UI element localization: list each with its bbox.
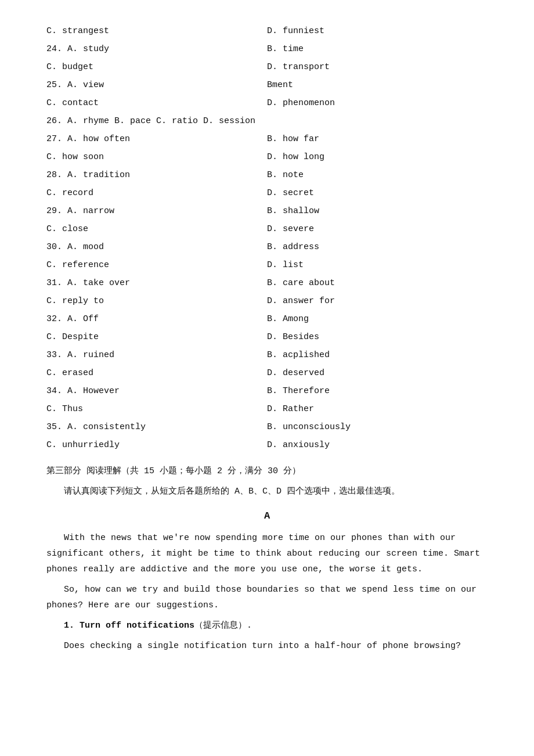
option-24c: C. budget bbox=[46, 59, 267, 75]
option-25b: Bment bbox=[267, 77, 488, 93]
option-28a: 28. A. tradition bbox=[46, 167, 267, 183]
option-25a: 25. A. view bbox=[46, 77, 267, 93]
row-33-cd: C. erased D. deserved bbox=[46, 365, 488, 381]
row-26: 26. A. rhyme B. pace C. ratio D. session bbox=[46, 113, 488, 129]
row-32-cd: C. Despite D. Besides bbox=[46, 329, 488, 345]
tip1-bold: 1. Turn off notifications bbox=[64, 621, 194, 631]
row-30-ab: 30. A. mood B. address bbox=[46, 239, 488, 255]
option-24a: 24. A. study bbox=[46, 41, 267, 57]
option-33d: D. deserved bbox=[267, 365, 488, 381]
passage-para1: With the news that we're now spending mo… bbox=[46, 530, 488, 577]
option-32b: B. Among bbox=[267, 311, 488, 327]
section3-instruction: 请认真阅读下列短文，从短文后各题所给的 A、B、C、D 四个选项中，选出最佳选项… bbox=[46, 484, 488, 499]
row-30-cd: C. reference D. list bbox=[46, 257, 488, 273]
tip1-line: 1. Turn off notifications（提示信息）. bbox=[46, 618, 488, 633]
option-d-funniest: D. funniest bbox=[267, 23, 488, 39]
row-35-cd: C. unhurriedly D. anxiously bbox=[46, 437, 488, 453]
option-30b: B. address bbox=[267, 239, 488, 255]
option-27a: 27. A. how often bbox=[46, 131, 267, 147]
option-24b: B. time bbox=[267, 41, 488, 57]
option-30d: D. list bbox=[267, 257, 488, 273]
option-31d: D. answer for bbox=[267, 293, 488, 309]
option-28b: B. note bbox=[267, 167, 488, 183]
row-24-ab: 24. A. study B. time bbox=[46, 41, 488, 57]
row-25-ab: 25. A. view Bment bbox=[46, 77, 488, 93]
option-30a: 30. A. mood bbox=[46, 239, 267, 255]
row-27-cd: C. how soon D. how long bbox=[46, 149, 488, 165]
row-35-ab: 35. A. consistently B. unconsciously bbox=[46, 419, 488, 435]
row-29-ab: 29. A. narrow B. shallow bbox=[46, 203, 488, 219]
option-34b: B. Therefore bbox=[267, 383, 488, 399]
option-25d: D. phenomenon bbox=[267, 95, 488, 111]
row-27-ab: 27. A. how often B. how far bbox=[46, 131, 488, 147]
option-29b: B. shallow bbox=[267, 203, 488, 219]
option-35c: C. unhurriedly bbox=[46, 437, 267, 453]
section3-header: 第三部分 阅读理解（共 15 小题；每小题 2 分，满分 30 分） bbox=[46, 463, 488, 479]
passage-para2: So, how can we try and build those bound… bbox=[46, 582, 488, 613]
option-34d: D. Rather bbox=[267, 401, 488, 417]
option-28c: C. record bbox=[46, 185, 267, 201]
option-c-strangest: C. strangest bbox=[46, 23, 267, 39]
option-33a: 33. A. ruined bbox=[46, 347, 267, 363]
option-25c: C. contact bbox=[46, 95, 267, 111]
row-c-strangest-d-funniest: C. strangest D. funniest bbox=[46, 23, 488, 39]
option-27b: B. how far bbox=[267, 131, 488, 147]
option-31b: B. care about bbox=[267, 275, 488, 291]
tip1-description: Does checking a single notification turn… bbox=[46, 638, 488, 654]
option-32d: D. Besides bbox=[267, 329, 488, 345]
option-27d: D. how long bbox=[267, 149, 488, 165]
row-31-cd: C. reply to D. answer for bbox=[46, 293, 488, 309]
option-31c: C. reply to bbox=[46, 293, 267, 309]
option-35d: D. anxiously bbox=[267, 437, 488, 453]
tip1-note: （提示信息）. bbox=[194, 621, 252, 631]
option-29a: 29. A. narrow bbox=[46, 203, 267, 219]
row-28-ab: 28. A. tradition B. note bbox=[46, 167, 488, 183]
option-29d: D. severe bbox=[267, 221, 488, 237]
option-32c: C. Despite bbox=[46, 329, 267, 345]
row-29-cd: C. close D. severe bbox=[46, 221, 488, 237]
option-34a: 34. A. However bbox=[46, 383, 267, 399]
row-32-ab: 32. A. Off B. Among bbox=[46, 311, 488, 327]
row-34-ab: 34. A. However B. Therefore bbox=[46, 383, 488, 399]
option-30c: C. reference bbox=[46, 257, 267, 273]
row-24-cd: C. budget D. transport bbox=[46, 59, 488, 75]
option-34c: C. Thus bbox=[46, 401, 267, 417]
option-33b: B. acplished bbox=[267, 347, 488, 363]
row-33-ab: 33. A. ruined B. acplished bbox=[46, 347, 488, 363]
row-31-ab: 31. A. take over B. care about bbox=[46, 275, 488, 291]
option-27c: C. how soon bbox=[46, 149, 267, 165]
row-28-cd: C. record D. secret bbox=[46, 185, 488, 201]
row-34-cd: C. Thus D. Rather bbox=[46, 401, 488, 417]
option-24d: D. transport bbox=[267, 59, 488, 75]
option-33c: C. erased bbox=[46, 365, 267, 381]
row-25-cd: C. contact D. phenomenon bbox=[46, 95, 488, 111]
passage-a-title: A bbox=[46, 507, 488, 525]
option-35b: B. unconsciously bbox=[267, 419, 488, 435]
option-35a: 35. A. consistently bbox=[46, 419, 267, 435]
option-31a: 31. A. take over bbox=[46, 275, 267, 291]
option-32a: 32. A. Off bbox=[46, 311, 267, 327]
option-28d: D. secret bbox=[267, 185, 488, 201]
option-29c: C. close bbox=[46, 221, 267, 237]
